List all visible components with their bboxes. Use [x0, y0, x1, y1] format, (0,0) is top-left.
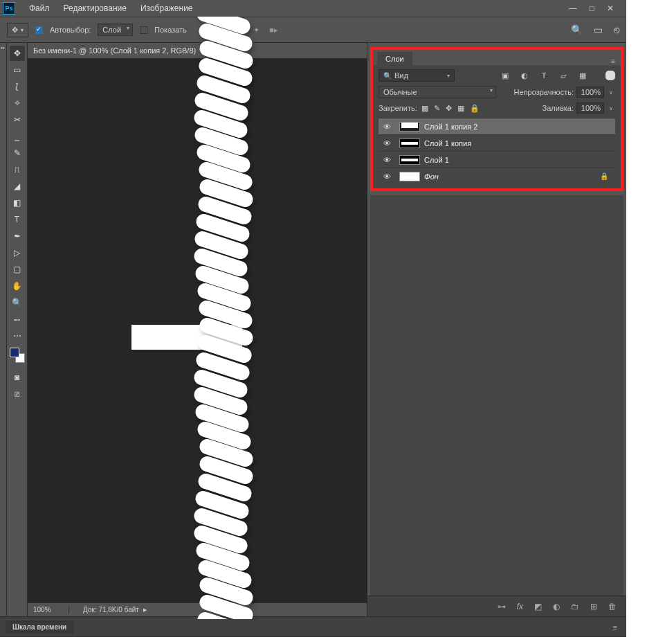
- layer-row[interactable]: 👁 Слой 1 копия 2: [379, 118, 615, 134]
- layer-thumb[interactable]: [399, 122, 420, 132]
- align-icon[interactable]: ≡: [201, 26, 205, 35]
- brush-tool[interactable]: ✎: [10, 145, 25, 161]
- filter-adjust-icon[interactable]: ◐: [520, 71, 529, 80]
- window-minimize[interactable]: —: [569, 3, 577, 13]
- menu-file[interactable]: Файл: [22, 0, 57, 17]
- autoselect-label: Автовыбор:: [50, 26, 91, 34]
- transform-icon[interactable]: ⌗: [239, 26, 244, 35]
- autoselect-dropdown[interactable]: Слой: [98, 24, 133, 36]
- visibility-icon[interactable]: 👁: [379, 156, 395, 164]
- visibility-icon[interactable]: 👁: [379, 139, 395, 147]
- distribute-icon[interactable]: ⋮⋮: [215, 26, 230, 35]
- menu-edit[interactable]: Редактирование: [57, 0, 134, 17]
- layer-thumb[interactable]: [399, 138, 420, 148]
- share-icon[interactable]: ⎋: [614, 24, 619, 35]
- layer-name[interactable]: Фон: [424, 172, 439, 181]
- panel-menu-icon[interactable]: ≡: [611, 57, 615, 65]
- quickmask-tool[interactable]: ◙: [10, 370, 25, 385]
- shape-tool[interactable]: ▢: [10, 262, 25, 277]
- menubar: Ps Файл Редактирование Изображение — □ ✕: [0, 0, 626, 17]
- lasso-tool[interactable]: ⟅: [10, 79, 25, 94]
- status-bar: 100% Док: 71,8K/0 байт ▶: [28, 602, 367, 616]
- layer-name[interactable]: Слой 1 копия: [424, 139, 471, 147]
- gradient-tool[interactable]: ◧: [10, 195, 25, 211]
- filter-toggle[interactable]: [605, 71, 615, 80]
- toolbar: ✥ ▭ ⟅ ✧ ✂ ⎯ ✎ ⎍ ◢ ◧ T ✒ ▷ ▢ ✋ 🔍 ••• ⋯ ◙ …: [7, 43, 28, 616]
- lock-icon: 🔒: [600, 172, 608, 180]
- record-icon[interactable]: ■▸: [269, 26, 278, 35]
- layer-filter-kind[interactable]: 🔍 Вид: [379, 69, 455, 82]
- adjustment-layer-icon[interactable]: ◐: [553, 602, 560, 611]
- layer-mask-icon[interactable]: ◩: [534, 602, 542, 611]
- filter-type-icon[interactable]: T: [539, 71, 549, 80]
- marquee-tool[interactable]: ▭: [10, 62, 25, 78]
- crop-tool[interactable]: ✂: [10, 112, 25, 127]
- timeline-menu-icon[interactable]: ≡: [613, 623, 618, 632]
- menu-image[interactable]: Изображение: [134, 0, 200, 17]
- layer-row[interactable]: 👁 Слой 1: [379, 151, 615, 168]
- filter-pixel-icon[interactable]: ▣: [500, 71, 510, 80]
- showtransform-checkbox[interactable]: [140, 26, 147, 34]
- eraser-tool[interactable]: ◢: [10, 179, 25, 194]
- doc-info[interactable]: Док: 71,8K/0 байт: [69, 606, 139, 614]
- layer-thumb[interactable]: [399, 155, 420, 165]
- filter-shape-icon[interactable]: ▱: [558, 71, 568, 80]
- link-layers-icon[interactable]: ⊶: [498, 602, 506, 611]
- eyedropper-tool[interactable]: ⎯: [10, 129, 25, 144]
- magic-wand-tool[interactable]: ✧: [10, 96, 25, 111]
- panel-empty-area: [370, 195, 623, 596]
- canvas[interactable]: [28, 58, 367, 602]
- warp-icon[interactable]: ✦: [253, 26, 259, 35]
- autoselect-checkbox[interactable]: [35, 26, 43, 34]
- layer-row[interactable]: 👁 Фон 🔒: [379, 168, 615, 184]
- app-logo: Ps: [3, 2, 15, 15]
- showtransform-label: Показать: [154, 26, 187, 34]
- filter-smart-icon[interactable]: ▦: [578, 71, 587, 80]
- layer-name[interactable]: Слой 1: [424, 156, 449, 164]
- zoom-level[interactable]: 100%: [28, 606, 69, 614]
- fill-drop[interactable]: ∨: [607, 105, 615, 111]
- layers-tab[interactable]: Слои: [377, 52, 412, 65]
- tool-preset[interactable]: ✥▾: [7, 23, 28, 37]
- lock-pixels-icon[interactable]: ✎: [434, 104, 440, 113]
- visibility-icon[interactable]: 👁: [379, 172, 395, 181]
- document-tab[interactable]: Без имени-1 @ 100% (Слой 1 копия 2, RGB/…: [28, 43, 367, 58]
- layer-group-icon[interactable]: 🗀: [571, 602, 579, 611]
- layer-name[interactable]: Слой 1 копия 2: [424, 123, 477, 131]
- lock-position-icon[interactable]: ✥: [446, 104, 452, 113]
- bottom-panel-bar: Шкала времени ≡: [0, 616, 626, 637]
- stamp-tool[interactable]: ⎍: [10, 162, 25, 177]
- layer-row[interactable]: 👁 Слой 1 копия: [379, 134, 615, 151]
- lock-all-icon[interactable]: 🔒: [470, 104, 480, 113]
- edit-toolbar[interactable]: ⋯: [10, 328, 25, 343]
- timeline-tab[interactable]: Шкала времени: [6, 620, 73, 634]
- opacity-value[interactable]: 100%: [576, 87, 604, 98]
- screenmode-tool[interactable]: ⎚: [10, 386, 25, 402]
- opacity-drop[interactable]: ∨: [607, 89, 615, 96]
- lock-transparency-icon[interactable]: ▩: [421, 104, 428, 113]
- workspace-icon[interactable]: ▭: [594, 24, 603, 35]
- fg-color[interactable]: [10, 348, 19, 357]
- path-select-tool[interactable]: ▷: [10, 245, 25, 260]
- doc-info-menu[interactable]: ▶: [143, 607, 147, 613]
- type-tool[interactable]: T: [10, 212, 25, 227]
- window-maximize[interactable]: □: [590, 3, 594, 13]
- visibility-icon[interactable]: 👁: [379, 123, 395, 131]
- layer-fx-icon[interactable]: fx: [517, 602, 523, 611]
- blend-mode[interactable]: Обычные: [379, 86, 496, 98]
- more-tools[interactable]: •••: [10, 312, 25, 327]
- move-tool[interactable]: ✥: [10, 46, 25, 61]
- pen-tool[interactable]: ✒: [10, 229, 25, 244]
- color-swatches[interactable]: [10, 348, 25, 363]
- fill-value[interactable]: 100%: [576, 102, 604, 114]
- lock-artboard-icon[interactable]: ▦: [457, 104, 464, 113]
- zoom-tool[interactable]: 🔍: [10, 295, 25, 310]
- collapsed-panel-strip[interactable]: [0, 43, 7, 616]
- new-layer-icon[interactable]: ⊞: [590, 602, 597, 611]
- fill-label: Заливка:: [543, 104, 574, 112]
- search-icon[interactable]: 🔍: [571, 24, 583, 35]
- layer-thumb[interactable]: [399, 172, 420, 181]
- window-close[interactable]: ✕: [607, 3, 614, 13]
- hand-tool[interactable]: ✋: [10, 278, 25, 294]
- delete-layer-icon[interactable]: 🗑: [608, 602, 617, 611]
